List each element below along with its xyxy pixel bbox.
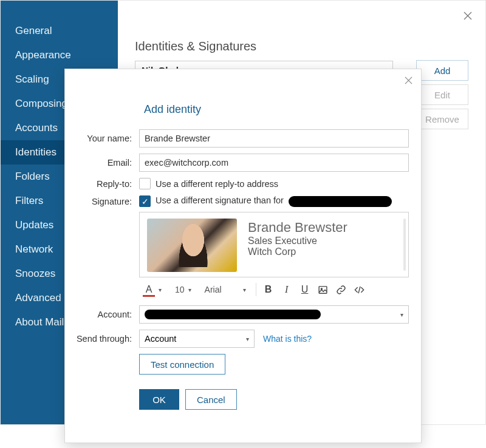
sidebar-item-general[interactable]: General bbox=[1, 19, 118, 43]
signature-avatar bbox=[147, 219, 237, 272]
remove-button[interactable]: Remove bbox=[416, 109, 468, 129]
redacted-text bbox=[289, 196, 392, 207]
signature-title: Sales Executive bbox=[248, 236, 347, 246]
send-through-value: Account bbox=[145, 334, 176, 344]
chevron-down-icon: ▾ bbox=[400, 311, 403, 318]
cancel-button[interactable]: Cancel bbox=[185, 389, 237, 410]
close-icon[interactable] bbox=[405, 76, 412, 84]
bold-icon[interactable]: B bbox=[262, 283, 275, 296]
email-label: Email: bbox=[65, 158, 139, 168]
chevron-down-icon[interactable]: ▾ bbox=[243, 287, 246, 293]
signature-company: Witch Corp bbox=[248, 246, 347, 257]
what-is-this-link[interactable]: What is this? bbox=[263, 334, 312, 344]
send-through-select[interactable]: Account ▾ bbox=[139, 330, 255, 348]
signature-checkbox-label: Use a different signature than for bbox=[156, 195, 392, 206]
reply-to-checkbox-label: Use a different reply-to address bbox=[156, 179, 278, 189]
signature-text: Brande Brewster Sales Executive Witch Co… bbox=[248, 219, 347, 257]
font-size-value[interactable]: 10 bbox=[175, 285, 185, 294]
redacted-text bbox=[145, 310, 321, 319]
identity-action-buttons: Add Edit Remove bbox=[416, 60, 468, 129]
close-icon[interactable] bbox=[464, 12, 472, 20]
section-title: Identities & Signatures bbox=[135, 39, 485, 53]
account-label: Account: bbox=[65, 310, 139, 319]
signature-label: Signature: bbox=[65, 195, 139, 206]
your-name-label: Your name: bbox=[65, 134, 139, 143]
image-icon[interactable] bbox=[317, 283, 329, 296]
signature-editor[interactable]: Brande Brewster Sales Executive Witch Co… bbox=[139, 212, 409, 277]
ok-button[interactable]: OK bbox=[139, 389, 179, 410]
signature-name: Brande Brewster bbox=[248, 220, 347, 236]
sidebar-item-appearance[interactable]: Appearance bbox=[1, 43, 118, 67]
email-input[interactable] bbox=[139, 154, 409, 172]
reply-to-checkbox[interactable] bbox=[139, 178, 151, 189]
test-connection-button[interactable]: Test connection bbox=[139, 354, 225, 375]
add-identity-dialog: Add identity Your name: Email: Reply-to:… bbox=[64, 69, 422, 443]
italic-icon[interactable]: I bbox=[281, 283, 293, 296]
code-icon[interactable] bbox=[354, 283, 366, 296]
signature-checkbox[interactable]: ✓ bbox=[139, 195, 151, 207]
chevron-down-icon: ▾ bbox=[246, 336, 249, 342]
send-through-label: Send through: bbox=[65, 334, 139, 344]
font-family-value[interactable]: Arial bbox=[205, 285, 222, 294]
reply-to-label: Reply-to: bbox=[65, 179, 139, 189]
text-color-icon[interactable]: A bbox=[143, 283, 155, 296]
dialog-title: Add identity bbox=[144, 103, 421, 116]
edit-button[interactable]: Edit bbox=[416, 84, 468, 105]
add-button[interactable]: Add bbox=[416, 60, 468, 81]
signature-toolbar: A ▾ 10 ▾ Arial ▾ B I U bbox=[139, 277, 409, 299]
chevron-down-icon[interactable]: ▾ bbox=[188, 287, 191, 293]
chevron-down-icon[interactable]: ▾ bbox=[159, 287, 162, 293]
your-name-input[interactable] bbox=[139, 129, 409, 148]
underline-icon[interactable]: U bbox=[299, 283, 311, 296]
link-icon[interactable] bbox=[335, 283, 347, 296]
account-select[interactable]: ▾ bbox=[139, 305, 409, 324]
